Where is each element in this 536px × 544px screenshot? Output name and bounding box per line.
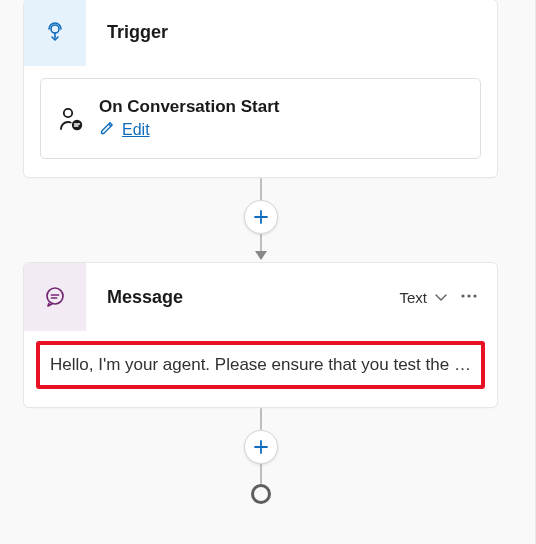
trigger-icon — [24, 0, 86, 66]
trigger-event-title: On Conversation Start — [99, 97, 279, 117]
edit-trigger-row: Edit — [99, 119, 279, 140]
connector-trigger-to-message — [23, 178, 498, 260]
svg-point-3 — [47, 288, 63, 304]
connector-line — [260, 408, 262, 430]
chat-icon — [24, 263, 86, 331]
message-card-header: Message Text — [24, 263, 497, 331]
trigger-node-card[interactable]: Trigger On Conversation Start — [23, 0, 498, 178]
connector-line — [260, 178, 262, 200]
arrow-down-icon — [255, 251, 267, 260]
svg-point-5 — [467, 294, 470, 297]
svg-point-1 — [64, 108, 72, 116]
svg-point-2 — [72, 119, 82, 129]
connector-line — [260, 464, 262, 484]
svg-point-6 — [473, 294, 476, 297]
trigger-event-card[interactable]: On Conversation Start Edit — [40, 78, 481, 159]
flow-end-marker — [251, 484, 271, 504]
edit-trigger-link[interactable]: Edit — [122, 121, 150, 139]
person-chat-icon — [51, 105, 91, 133]
more-actions-button[interactable] — [455, 286, 483, 309]
svg-point-0 — [51, 25, 59, 33]
pencil-icon — [99, 119, 116, 140]
connector-message-to-end — [23, 408, 498, 504]
trigger-title: Trigger — [86, 22, 497, 43]
message-title: Message — [86, 287, 399, 308]
connector-line — [260, 234, 262, 252]
chevron-down-icon[interactable] — [433, 289, 449, 305]
add-node-button[interactable] — [244, 200, 278, 234]
message-type-label[interactable]: Text — [399, 289, 427, 306]
message-text-content[interactable]: Hello, I'm your agent. Please ensure tha… — [36, 341, 485, 389]
trigger-card-header: Trigger — [24, 0, 497, 64]
add-node-button[interactable] — [244, 430, 278, 464]
flow-canvas: Trigger On Conversation Start — [0, 0, 535, 543]
plus-icon — [252, 438, 270, 456]
plus-icon — [252, 208, 270, 226]
message-node-card[interactable]: Message Text Hello, I'm your agent. Plea… — [23, 262, 498, 408]
trigger-event-body: On Conversation Start Edit — [91, 97, 279, 140]
svg-point-4 — [461, 294, 464, 297]
